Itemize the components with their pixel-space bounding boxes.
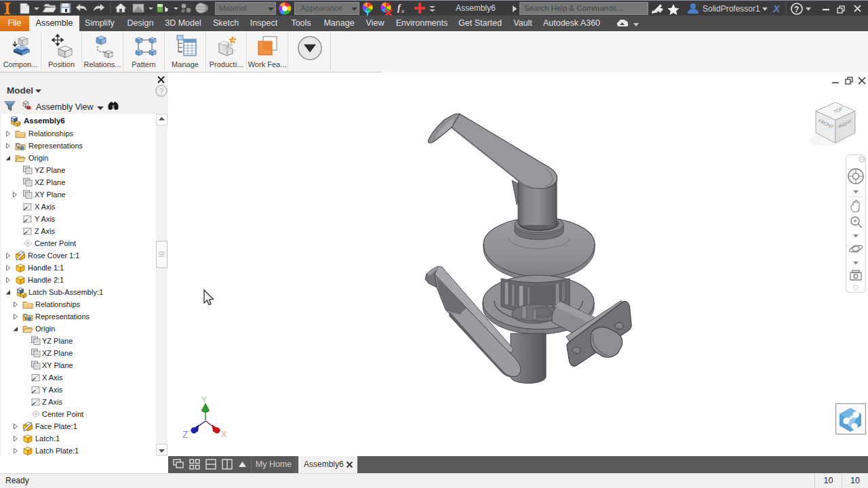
svg-text:XZ Plane: XZ Plane	[42, 349, 73, 357]
svg-text:Origin: Origin	[28, 154, 48, 162]
svg-text:YZ Plane: YZ Plane	[35, 166, 65, 174]
svg-text:Latch Plate:1: Latch Plate:1	[35, 447, 79, 455]
svg-text:Face Plate:1: Face Plate:1	[35, 422, 77, 430]
svg-text:Relationships: Relationships	[35, 300, 81, 308]
svg-text:Rose Cover 1:1: Rose Cover 1:1	[28, 251, 79, 260]
svg-text:XZ Plane: XZ Plane	[35, 178, 65, 186]
svg-text:Assembly View: Assembly View	[36, 102, 94, 112]
svg-text:Z Axis: Z Axis	[35, 227, 55, 235]
svg-text:Handle 2:1: Handle 2:1	[28, 276, 64, 284]
svg-text:Relationships: Relationships	[28, 129, 74, 138]
svg-text:SolidProfessor1: SolidProfessor1	[703, 4, 760, 14]
svg-text:?: ?	[159, 87, 164, 96]
svg-text:X Axis: X Axis	[42, 373, 63, 382]
svg-text:X: X	[221, 430, 227, 439]
svg-text:X: X	[772, 3, 781, 14]
svg-text:Representations: Representations	[35, 312, 90, 321]
svg-text:Latch:1: Latch:1	[35, 434, 60, 443]
svg-text:Assembly6: Assembly6	[24, 117, 65, 125]
svg-text:Y Axis: Y Axis	[35, 215, 56, 223]
svg-text:?: ?	[794, 5, 799, 14]
svg-text:Latch Sub-Assembly:1: Latch Sub-Assembly:1	[28, 288, 103, 296]
svg-text:XY Plane: XY Plane	[35, 190, 66, 199]
svg-text:Origin: Origin	[35, 325, 55, 333]
svg-text:Z: Z	[182, 429, 189, 440]
svg-text:X Axis: X Axis	[35, 203, 56, 211]
svg-text:Center Point: Center Point	[35, 239, 76, 247]
svg-text:YZ Plane: YZ Plane	[42, 337, 73, 345]
svg-text:Z Axis: Z Axis	[42, 398, 62, 406]
svg-text:Model: Model	[7, 85, 33, 96]
svg-text:Representations: Representations	[28, 142, 83, 150]
svg-text:Y: Y	[201, 395, 207, 405]
svg-text:XY Plane: XY Plane	[42, 361, 73, 369]
svg-text:Y Axis: Y Axis	[42, 386, 63, 394]
svg-text:Handle 1:1: Handle 1:1	[28, 264, 64, 272]
svg-text:x: x	[401, 7, 404, 14]
svg-text:Center Point: Center Point	[42, 410, 83, 418]
